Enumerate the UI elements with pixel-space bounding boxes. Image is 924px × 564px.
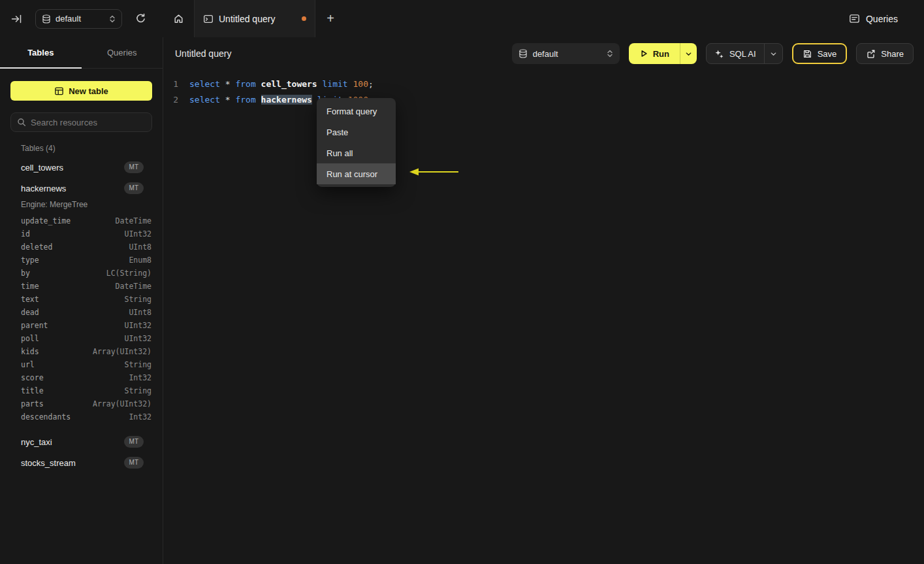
database-icon	[518, 49, 528, 58]
engine-badge: MT	[124, 182, 144, 194]
sql-ai-button-label: SQL AI	[729, 49, 756, 59]
context-menu-item[interactable]: Run at cursor	[317, 163, 396, 184]
column-type: UInt32	[124, 334, 151, 343]
column-name: poll	[21, 334, 124, 343]
search-box	[10, 112, 152, 132]
code-token-plain	[256, 95, 261, 105]
context-menu-item[interactable]: Paste	[317, 122, 396, 142]
new-tab-button[interactable]: +	[315, 0, 345, 37]
database-selector[interactable]: default	[512, 43, 620, 64]
topbar-left: default	[0, 0, 163, 37]
column-row[interactable]: pollUInt32	[21, 332, 151, 345]
refresh-button[interactable]	[135, 13, 146, 24]
engine-badge: MT	[124, 457, 144, 469]
code-token-kw: from	[235, 79, 255, 89]
code-token-plain: *	[220, 79, 235, 89]
chevron-updown-icon	[109, 14, 116, 24]
chevron-down-icon	[685, 50, 692, 58]
sql-ai-sparkle-icon	[714, 49, 724, 59]
column-row[interactable]: timeDateTime	[21, 280, 151, 293]
new-table-button-label: New table	[69, 86, 108, 96]
column-row[interactable]: scoreInt32	[21, 371, 151, 384]
column-row[interactable]: typeEnum8	[21, 254, 151, 267]
table-name: cell_towers	[21, 163, 124, 173]
table-row-nyc_taxi[interactable]: nyc_taxiMT	[21, 431, 151, 452]
search-input[interactable]	[31, 118, 146, 127]
column-type: UInt8	[129, 308, 151, 317]
table-row-hackernews[interactable]: hackernewsMT	[21, 178, 151, 199]
play-icon	[639, 49, 648, 58]
column-row[interactable]: kidsArray(UInt32)	[21, 345, 151, 358]
column-type: Int32	[129, 373, 151, 382]
column-name: descendants	[21, 412, 129, 422]
tables-list: cell_towersMThackernewsMTEngine: MergeTr…	[21, 157, 151, 473]
table-row-stocks_stream[interactable]: stocks_streamMT	[21, 452, 151, 473]
columns-list: update_timeDateTimeidUInt32deletedUInt8t…	[21, 214, 151, 423]
column-name: update_time	[21, 216, 116, 225]
column-name: url	[21, 360, 124, 369]
column-row[interactable]: titleString	[21, 384, 151, 397]
table-row-cell_towers[interactable]: cell_towersMT	[21, 157, 151, 178]
topbar: default Untitled query + Queries	[0, 0, 924, 37]
column-type: UInt8	[129, 242, 151, 252]
column-row[interactable]: partsArray(UInt32)	[21, 397, 151, 410]
code-token-kw: select	[189, 79, 220, 89]
table-name: hackernews	[21, 184, 124, 193]
tables-section-label: Tables (4)	[21, 144, 151, 153]
sql-ai-options-button[interactable]	[764, 44, 782, 63]
column-name: parts	[21, 399, 93, 408]
column-type: DateTime	[116, 282, 151, 291]
column-name: parent	[21, 321, 124, 330]
column-type: String	[124, 360, 151, 369]
sql-editor[interactable]: 1select * from cell_towers limit 100;2se…	[163, 70, 924, 107]
column-row[interactable]: descendantsInt32	[21, 410, 151, 423]
column-type: DateTime	[116, 216, 151, 225]
home-button[interactable]	[163, 0, 194, 37]
table-name: nyc_taxi	[21, 437, 124, 447]
run-button[interactable]: Run	[629, 43, 680, 64]
collapse-sidebar-button[interactable]	[10, 13, 22, 25]
column-type: Int32	[129, 412, 151, 422]
context-menu-item[interactable]: Format query	[317, 101, 396, 122]
code-token-plain	[317, 79, 323, 89]
code-token-kw: from	[235, 95, 255, 105]
code-line[interactable]: 2select * from hackernews limit 1000	[163, 91, 924, 107]
run-button-label: Run	[653, 49, 669, 59]
save-button[interactable]: Save	[792, 43, 848, 64]
column-row[interactable]: byLC(String)	[21, 267, 151, 280]
queries-button[interactable]: Queries	[849, 13, 898, 24]
column-row[interactable]: deletedUInt8	[21, 241, 151, 254]
run-button-group: Run	[629, 43, 697, 64]
run-options-button[interactable]	[680, 43, 697, 64]
sidebar-tab-queries[interactable]: Queries	[82, 37, 163, 68]
column-type: Array(UInt32)	[93, 347, 151, 356]
context-menu-item[interactable]: Run all	[317, 142, 396, 163]
query-header: Untitled query default Run SQL AI	[163, 37, 924, 70]
queries-icon	[849, 13, 860, 24]
context-menu: Format queryPasteRun allRun at cursor	[317, 98, 396, 187]
new-table-button[interactable]: New table	[10, 81, 152, 101]
sidebar: Tables Queries New table Tables (4) cell…	[0, 37, 163, 564]
sidebar-tab-tables[interactable]: Tables	[0, 37, 82, 68]
code-content: select * from cell_towers limit 100;	[189, 79, 374, 89]
topbar-database-selector[interactable]: default	[35, 9, 122, 29]
column-row[interactable]: deadUInt8	[21, 306, 151, 319]
share-button-label: Share	[881, 49, 904, 59]
column-row[interactable]: update_timeDateTime	[21, 214, 151, 227]
column-name: id	[21, 229, 124, 239]
tab-untitled-query[interactable]: Untitled query	[194, 0, 315, 37]
topbar-tabs: Untitled query +	[163, 0, 345, 37]
tab-title: Untitled query	[219, 14, 275, 24]
sql-ai-button[interactable]: SQL AI	[707, 44, 764, 63]
code-token-plain: *	[220, 95, 235, 105]
column-row[interactable]: textString	[21, 293, 151, 306]
share-button[interactable]: Share	[856, 43, 914, 64]
column-row[interactable]: urlString	[21, 358, 151, 371]
code-line[interactable]: 1select * from cell_towers limit 100;	[163, 76, 924, 91]
column-name: title	[21, 386, 124, 395]
column-row[interactable]: idUInt32	[21, 227, 151, 241]
code-token-num: 100	[353, 79, 368, 89]
column-row[interactable]: parentUInt32	[21, 319, 151, 332]
code-token-kw: limit	[323, 79, 348, 89]
queries-button-label: Queries	[866, 14, 898, 24]
